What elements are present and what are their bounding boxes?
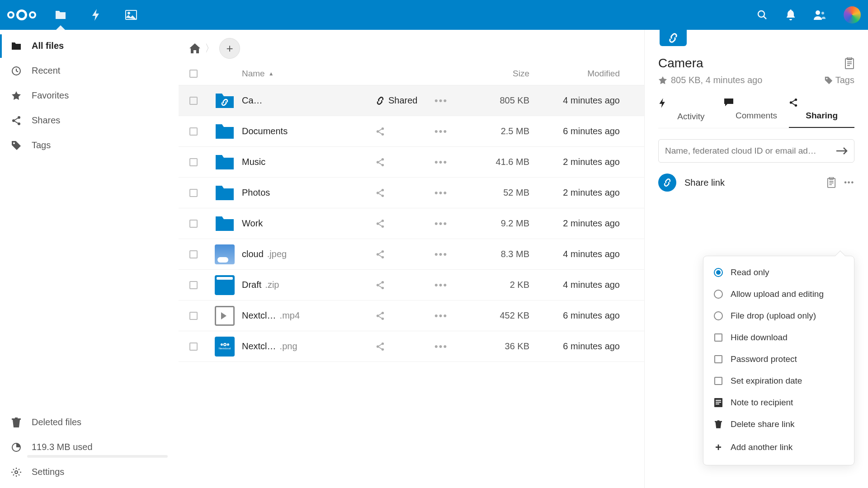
svg-rect-46 xyxy=(716,404,719,404)
column-name[interactable]: Name▲ xyxy=(242,69,376,79)
row-checkbox[interactable] xyxy=(189,189,198,197)
share-options-popover: Read only Allow upload and editing File … xyxy=(703,256,854,465)
sidebar-quota[interactable]: 119.3 MB used xyxy=(0,435,179,454)
add-button[interactable]: + xyxy=(219,38,240,59)
select-all-checkbox[interactable] xyxy=(189,70,198,78)
table-row[interactable]: Documents ••• 2.5 MB 6 minutes ago xyxy=(179,116,644,147)
contacts-icon[interactable] xyxy=(814,10,826,20)
sidebar-item-label: Shares xyxy=(32,115,60,126)
row-more[interactable]: ••• xyxy=(434,249,462,260)
option-add-link[interactable]: +Add another link xyxy=(703,435,854,460)
share-icon xyxy=(376,158,385,167)
table-row[interactable]: Music ••• 41.6 MB 2 minutes ago xyxy=(179,147,644,178)
row-checkbox[interactable] xyxy=(189,250,198,258)
files-app-icon[interactable] xyxy=(54,9,67,21)
row-checkbox[interactable] xyxy=(189,281,198,289)
table-row[interactable]: Nextcloud Nextcl….png ••• 36 KB 6 minute… xyxy=(179,331,644,362)
activity-app-icon[interactable] xyxy=(90,9,102,21)
svg-point-2 xyxy=(758,11,764,17)
row-share[interactable] xyxy=(376,311,434,320)
tab-comments[interactable]: Comments xyxy=(724,98,789,128)
row-more[interactable]: ••• xyxy=(434,279,462,291)
arrow-right-icon[interactable] xyxy=(836,147,848,155)
table-row[interactable]: Photos ••• 52 MB 2 minutes ago xyxy=(179,178,644,208)
row-more[interactable]: ••• xyxy=(434,187,462,199)
file-name: Nextcl… xyxy=(242,310,276,321)
option-password[interactable]: Password protect xyxy=(703,348,854,370)
details-badge xyxy=(660,30,687,46)
row-checkbox[interactable] xyxy=(189,127,198,136)
file-ext: .zip xyxy=(265,280,279,290)
clipboard-icon[interactable] xyxy=(844,57,854,69)
radio-icon xyxy=(713,290,723,299)
option-file-drop[interactable]: File drop (upload only) xyxy=(703,305,854,327)
row-more[interactable]: ••• xyxy=(434,218,462,230)
tab-sharing[interactable]: Sharing xyxy=(789,98,854,128)
sidebar-item-deleted[interactable]: Deleted files xyxy=(0,410,179,435)
gear-icon xyxy=(11,467,22,477)
note-icon xyxy=(713,398,723,407)
file-size: 452 KB xyxy=(462,310,529,321)
star-icon[interactable] xyxy=(658,76,667,85)
table-row[interactable]: Nextcl….mp4 ••• 452 KB 6 minutes ago xyxy=(179,300,644,331)
option-read-only[interactable]: Read only xyxy=(703,262,854,283)
option-delete[interactable]: Delete share link xyxy=(703,413,854,435)
row-more[interactable]: ••• xyxy=(434,95,462,107)
sidebar-item-all-files[interactable]: All files xyxy=(0,33,179,58)
row-more[interactable]: ••• xyxy=(434,341,462,352)
row-share[interactable] xyxy=(376,127,434,136)
svg-point-10 xyxy=(15,471,18,474)
sidebar-item-tags[interactable]: Tags xyxy=(0,133,179,158)
checkbox-icon xyxy=(713,333,723,342)
table-row[interactable]: Draft.zip ••• 2 KB 4 minutes ago xyxy=(179,270,644,300)
sidebar-item-settings[interactable]: Settings xyxy=(0,460,179,484)
sidebar-item-shares[interactable]: Shares xyxy=(0,108,179,133)
more-icon[interactable]: ••• xyxy=(844,178,854,187)
row-checkbox[interactable] xyxy=(189,158,198,166)
column-modified[interactable]: Modified xyxy=(529,69,633,79)
row-more[interactable]: ••• xyxy=(434,126,462,137)
row-more[interactable]: ••• xyxy=(434,310,462,322)
file-name: cloud xyxy=(242,249,264,259)
option-note[interactable]: Note to recipient xyxy=(703,392,854,413)
search-icon[interactable] xyxy=(757,9,768,20)
plus-icon: + xyxy=(713,441,723,454)
share-input[interactable] xyxy=(665,146,836,156)
user-avatar[interactable] xyxy=(844,6,861,23)
file-name: Music xyxy=(242,157,265,167)
table-row[interactable]: Work ••• 9.2 MB 2 minutes ago xyxy=(179,208,644,239)
option-allow-upload[interactable]: Allow upload and editing xyxy=(703,283,854,305)
share-link-label: Share link xyxy=(684,178,819,188)
row-share[interactable] xyxy=(376,219,434,228)
table-row[interactable]: cloud.jpeg ••• 8.3 MB 4 minutes ago xyxy=(179,239,644,270)
option-expiration[interactable]: Set expiration date xyxy=(703,370,854,392)
breadcrumb-separator: 〉 xyxy=(205,42,215,55)
row-share[interactable] xyxy=(376,281,434,290)
row-share[interactable] xyxy=(376,342,434,351)
row-share[interactable] xyxy=(376,250,434,259)
row-share[interactable] xyxy=(376,188,434,197)
clipboard-icon[interactable] xyxy=(827,177,836,188)
tab-activity[interactable]: Activity xyxy=(658,98,724,128)
home-icon[interactable] xyxy=(189,43,200,53)
column-size[interactable]: Size xyxy=(462,69,529,79)
table-row[interactable]: Ca… Shared ••• 805 KB 4 minutes ago xyxy=(179,85,644,116)
row-more[interactable]: ••• xyxy=(434,156,462,168)
gallery-app-icon[interactable] xyxy=(125,9,137,21)
row-share[interactable]: Shared xyxy=(376,95,434,106)
row-checkbox[interactable] xyxy=(189,97,198,105)
share-input-container xyxy=(658,139,854,163)
row-checkbox[interactable] xyxy=(189,220,198,228)
logo[interactable] xyxy=(7,9,36,20)
sidebar-item-recent[interactable]: Recent xyxy=(0,58,179,83)
row-checkbox[interactable] xyxy=(189,343,198,351)
row-share[interactable] xyxy=(376,158,434,167)
sidebar-item-label: Favorites xyxy=(32,90,69,101)
notifications-icon[interactable] xyxy=(786,9,796,20)
sidebar-item-favorites[interactable]: Favorites xyxy=(0,83,179,108)
row-checkbox[interactable] xyxy=(189,312,198,320)
share-icon xyxy=(376,219,385,228)
option-hide-download[interactable]: Hide download xyxy=(703,327,854,348)
checkbox-icon xyxy=(713,355,723,363)
tag-icon[interactable] xyxy=(825,76,833,84)
